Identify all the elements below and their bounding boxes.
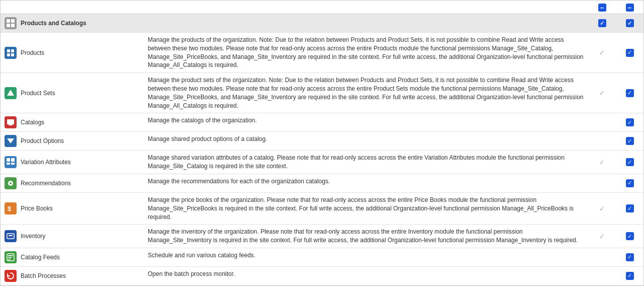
write-cell[interactable]: ✓: [616, 266, 643, 285]
write-cell[interactable]: ✓: [616, 192, 643, 224]
svg-rect-6: [7, 53, 10, 56]
svg-rect-13: [11, 158, 15, 162]
col-header-desc: [144, 1, 588, 14]
read-cell[interactable]: ✓: [588, 225, 616, 248]
read-cell[interactable]: ✓: [588, 151, 616, 174]
write-checkbox[interactable]: ✓: [626, 118, 634, 126]
svg-rect-3: [11, 24, 15, 27]
read-checkbox[interactable]: ✓: [599, 159, 605, 166]
group-header-row: Products and Catalogs ✓ ✓: [1, 14, 643, 33]
module-desc: Manage the product sets of the organizat…: [144, 73, 588, 113]
table-row: $ Price Books Manage the price books of …: [1, 192, 643, 224]
module-cell: Product Sets: [1, 73, 144, 113]
read-toggle[interactable]: −: [598, 4, 606, 12]
svg-rect-23: [8, 257, 12, 258]
write-checkbox[interactable]: ✓: [626, 49, 634, 57]
write-cell[interactable]: ✓: [616, 248, 643, 266]
module-desc: Manage the inventory of the organization…: [144, 225, 588, 248]
group-write-check[interactable]: ✓: [626, 19, 634, 27]
read-checkbox[interactable]: ✓: [599, 49, 605, 56]
module-name: Inventory: [21, 233, 45, 240]
svg-rect-5: [11, 49, 14, 52]
module-icon: $: [5, 202, 17, 214]
svg-rect-15: [11, 163, 15, 165]
svg-rect-1: [11, 19, 15, 23]
module-desc: Manage the recommendations for each of t…: [144, 174, 588, 192]
module-icon: [5, 251, 17, 263]
write-cell[interactable]: ✓: [616, 151, 643, 174]
module-cell: Catalog Feeds: [1, 248, 144, 266]
module-desc: Open the batch process monitor.: [144, 266, 588, 285]
read-cell[interactable]: [588, 132, 616, 151]
svg-rect-4: [7, 49, 10, 52]
module-name: Recommendations: [21, 180, 71, 187]
read-cell[interactable]: [588, 174, 616, 192]
svg-rect-24: [8, 259, 11, 260]
module-desc: Manage the price books of the organizati…: [144, 192, 588, 224]
module-cell: $ Price Books: [1, 192, 144, 224]
group-read-cell: ✓: [588, 14, 616, 33]
read-cell[interactable]: [588, 248, 616, 266]
read-checkbox[interactable]: ✓: [599, 233, 605, 240]
svg-rect-22: [8, 255, 13, 256]
read-cell[interactable]: ✓: [588, 192, 616, 224]
table-row: Catalogs Manage the catalogs of the orga…: [1, 113, 643, 132]
group-icon: [5, 17, 17, 29]
module-icon: [5, 87, 17, 99]
svg-point-17: [10, 182, 12, 184]
module-name: Product Sets: [21, 90, 55, 97]
table-row: Recommendations Manage the recommendatio…: [1, 174, 643, 192]
table-row: Product Options Manage shared product op…: [1, 132, 643, 151]
write-checkbox[interactable]: ✓: [626, 179, 634, 187]
table-row: Catalog Feeds Schedule and run various c…: [1, 248, 643, 266]
module-cell: Products: [1, 33, 144, 73]
module-icon: [5, 135, 17, 147]
write-checkbox[interactable]: ✓: [626, 137, 634, 145]
write-checkbox[interactable]: ✓: [626, 89, 634, 97]
read-checkbox[interactable]: ✓: [599, 205, 605, 212]
module-name: Product Options: [21, 137, 64, 144]
group-read-check[interactable]: ✓: [598, 19, 606, 27]
write-cell[interactable]: ✓: [616, 113, 643, 132]
write-checkbox[interactable]: ✓: [626, 158, 634, 166]
svg-marker-8: [7, 90, 14, 96]
table-row: Products Manage the products of the orga…: [1, 33, 643, 73]
module-icon: [5, 230, 17, 242]
table-row: Variation Attributes Manage shared varia…: [1, 151, 643, 174]
svg-rect-2: [7, 24, 10, 27]
svg-marker-11: [7, 138, 14, 143]
module-cell: Catalogs: [1, 113, 144, 132]
module-cell: Inventory: [1, 225, 144, 248]
write-cell[interactable]: ✓: [616, 132, 643, 151]
module-name: Variation Attributes: [21, 159, 71, 166]
module-name: Catalog Feeds: [21, 254, 60, 261]
write-cell[interactable]: ✓: [616, 225, 643, 248]
read-cell[interactable]: ✓: [588, 33, 616, 73]
write-checkbox[interactable]: ✓: [626, 204, 634, 212]
write-toggle[interactable]: −: [626, 4, 634, 12]
module-icon: [5, 270, 17, 282]
read-cell[interactable]: [588, 266, 616, 285]
svg-rect-0: [7, 19, 10, 23]
read-cell[interactable]: [588, 113, 616, 132]
svg-rect-10: [9, 124, 13, 125]
write-checkbox[interactable]: ✓: [626, 272, 634, 280]
svg-rect-14: [7, 163, 10, 165]
read-checkbox[interactable]: ✓: [599, 89, 605, 97]
read-cell[interactable]: ✓: [588, 73, 616, 113]
write-cell[interactable]: ✓: [616, 33, 643, 73]
write-cell[interactable]: ✓: [616, 73, 643, 113]
svg-text:$: $: [8, 205, 12, 212]
svg-rect-7: [11, 53, 14, 56]
col-header-write[interactable]: −: [616, 1, 643, 14]
module-cell: Product Options: [1, 132, 144, 151]
col-header-read[interactable]: −: [588, 1, 616, 14]
svg-rect-9: [7, 119, 14, 124]
group-write-cell: ✓: [616, 14, 643, 33]
module-cell: Recommendations: [1, 174, 144, 192]
write-checkbox[interactable]: ✓: [626, 232, 634, 240]
write-cell[interactable]: ✓: [616, 174, 643, 192]
module-name: Price Books: [21, 205, 53, 212]
write-checkbox[interactable]: ✓: [626, 253, 634, 261]
module-name: Products: [21, 49, 44, 56]
